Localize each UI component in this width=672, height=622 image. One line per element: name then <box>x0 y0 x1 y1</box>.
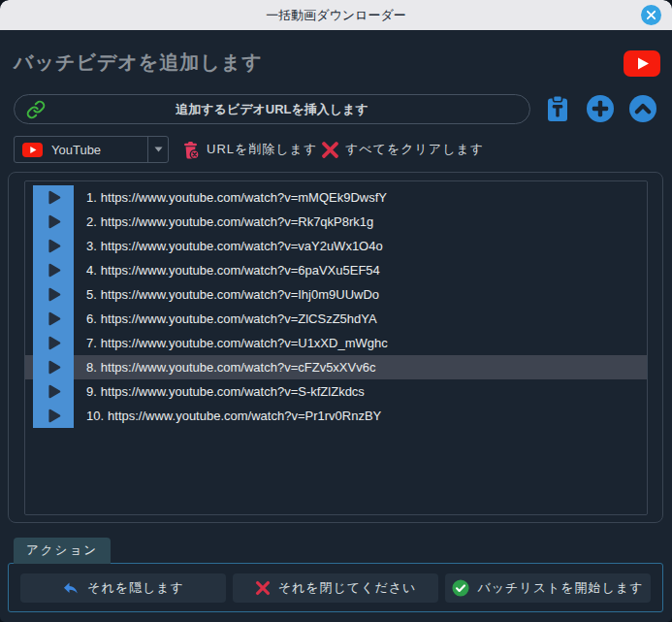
close-icon <box>646 10 656 20</box>
youtube-logo-icon <box>624 50 660 77</box>
app-window: 一括動画ダウンローダー バッチビデオを追加します <box>0 0 672 622</box>
url-list[interactable]: 1.https://www.youtube.com/watch?v=mMQEk9… <box>24 180 648 515</box>
actions-groupbox: それを隠します それを閉じてください バッチリストを開始します <box>8 563 663 612</box>
play-icon <box>33 282 74 307</box>
play-icon <box>33 404 74 428</box>
trash-delete-icon <box>180 140 201 160</box>
clear-all-label: すべてをクリアします <box>345 141 484 158</box>
row-index: 1. <box>86 190 97 205</box>
row-index: 3. <box>86 239 97 253</box>
url-list-item[interactable]: 8.https://www.youtube.com/watch?v=cFZv5x… <box>25 355 647 379</box>
url-list-item[interactable]: 6.https://www.youtube.com/watch?v=ZlCSzZ… <box>25 307 647 331</box>
row-url: https://www.youtube.com/watch?v=mMQEk9Dw… <box>101 190 387 205</box>
play-icon <box>33 355 74 379</box>
url-list-item[interactable]: 5.https://www.youtube.com/watch?v=Ihj0m9… <box>25 282 647 307</box>
row-url: https://www.youtube.com/watch?v=Rk7qkP8r… <box>101 214 373 229</box>
row-url: https://www.youtube.com/watch?v=ZlCSzZ5h… <box>101 311 377 326</box>
close-dialog-label: それを閉じてください <box>278 579 417 597</box>
row-url: https://www.youtube.com/watch?v=6paVXu5E… <box>101 263 380 278</box>
page-title: バッチビデオを追加します <box>14 49 263 76</box>
url-input[interactable] <box>15 95 529 123</box>
row-index: 2. <box>86 214 97 229</box>
row-index: 10. <box>86 409 104 423</box>
clear-x-icon <box>321 141 339 159</box>
check-circle-icon <box>452 579 469 597</box>
row-index: 5. <box>86 287 97 302</box>
row-url: https://www.youtube.com/watch?v=Ihj0m9UU… <box>101 287 379 302</box>
row-url: https://www.youtube.com/watch?v=Pr1rv0Rn… <box>108 409 381 423</box>
row-url: https://www.youtube.com/watch?v=cFZv5xXV… <box>101 360 376 375</box>
undo-arrow-icon <box>62 579 80 597</box>
youtube-icon <box>22 143 43 157</box>
actions-tab-label: アクション <box>14 538 111 564</box>
play-icon <box>33 210 74 234</box>
row-index: 6. <box>86 311 97 326</box>
delete-url-label: URLを削除します <box>207 141 317 158</box>
start-batch-label: バッチリストを開始します <box>477 579 643 597</box>
row-index: 7. <box>86 336 97 350</box>
play-icon <box>33 307 74 331</box>
clear-all-button[interactable]: すべてをクリアします <box>321 136 484 163</box>
dropdown-caret-icon <box>147 137 168 162</box>
row-url: https://www.youtube.com/watch?v=S-kfZlZk… <box>101 384 365 399</box>
url-entry-field <box>14 94 530 124</box>
close-button[interactable] <box>641 5 661 25</box>
link-icon <box>26 100 46 119</box>
play-icon <box>33 379 74 404</box>
play-icon <box>33 234 74 258</box>
url-list-item[interactable]: 3.https://www.youtube.com/watch?v=vaY2uW… <box>25 234 647 258</box>
url-list-item[interactable]: 2.https://www.youtube.com/watch?v=Rk7qkP… <box>25 210 647 234</box>
titlebar: 一括動画ダウンローダー <box>0 0 672 30</box>
url-list-item[interactable]: 1.https://www.youtube.com/watch?v=mMQEk9… <box>25 185 647 210</box>
hide-label: それを隠します <box>87 579 184 597</box>
row-index: 9. <box>86 384 97 399</box>
chevron-up-icon <box>628 94 657 123</box>
row-url: https://www.youtube.com/watch?v=U1xXD_mW… <box>101 336 388 350</box>
play-icon <box>33 185 74 210</box>
play-icon <box>33 331 74 355</box>
red-x-icon <box>255 580 271 596</box>
site-select-value: YouTube <box>51 143 147 157</box>
url-list-item[interactable]: 10.https://www.youtube.com/watch?v=Pr1rv… <box>25 404 647 428</box>
url-list-item[interactable]: 7.https://www.youtube.com/watch?v=U1xXD_… <box>25 331 647 355</box>
site-select[interactable]: YouTube <box>14 136 169 163</box>
add-url-button[interactable] <box>586 94 615 123</box>
start-batch-button[interactable]: バッチリストを開始します <box>445 573 651 603</box>
plus-icon <box>586 94 615 123</box>
hide-button[interactable]: それを隠します <box>20 573 226 603</box>
url-list-item[interactable]: 4.https://www.youtube.com/watch?v=6paVXu… <box>25 258 647 282</box>
row-index: 4. <box>86 263 97 278</box>
close-dialog-button[interactable]: それを閉じてください <box>233 573 438 603</box>
row-index: 8. <box>86 360 97 375</box>
row-url: https://www.youtube.com/watch?v=vaY2uWx1… <box>101 239 383 253</box>
delete-url-button[interactable]: URLを削除します <box>180 136 317 163</box>
url-list-item[interactable]: 9.https://www.youtube.com/watch?v=S-kfZl… <box>25 379 647 404</box>
play-icon <box>33 258 74 282</box>
clipboard-paste-icon <box>543 94 572 123</box>
collapse-button[interactable] <box>628 94 657 123</box>
paste-button[interactable] <box>543 94 572 123</box>
window-title: 一括動画ダウンローダー <box>266 7 406 24</box>
